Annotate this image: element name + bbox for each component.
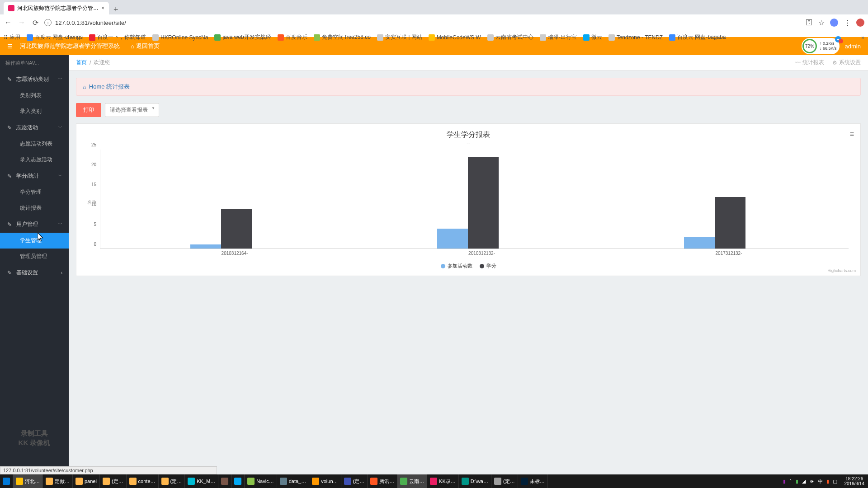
bookmark-star-icon[interactable]: ☆ [818, 19, 825, 27]
chart-bar[interactable] [715, 197, 745, 249]
sidebar-item-category-list[interactable]: 类别列表 [0, 88, 69, 103]
print-button[interactable]: 打印 [76, 103, 101, 117]
forward-button[interactable]: → [17, 19, 26, 27]
new-tab-button[interactable]: + [109, 5, 123, 14]
speed-widget[interactable]: 72% ↑ 0.2K/s ↓ 66.5K/s + [802, 38, 840, 54]
bookmark-item[interactable]: 云南省考试中心 [487, 33, 533, 41]
breadcrumb: 首页 / 欢迎您 〰统计报表 ⚙系统设置 [69, 55, 868, 70]
sidebar-item-stats-report[interactable]: 统计报表 [0, 200, 69, 216]
users-icon: ✎ [6, 221, 13, 228]
chart-icon: ✎ [6, 173, 13, 179]
chart-menu-icon[interactable]: ≡ [850, 130, 854, 138]
extension-icon[interactable] [856, 19, 864, 27]
bookmark-item[interactable]: 百度一下，你就知道 [89, 33, 146, 41]
home-icon: ⌂ [131, 43, 134, 50]
gear-icon: ✎ [6, 270, 13, 276]
bookmark-item[interactable]: 瑞泽-出行宝 [540, 33, 577, 41]
chart-subtitle: -- [85, 141, 852, 146]
chart-title: 学生学分报表 [85, 130, 852, 140]
bookmark-favicon-icon [540, 34, 546, 41]
sidebar-item-student-manage[interactable]: 学生管理 [0, 233, 69, 249]
controls-row: 打印 请选择查看报表 [76, 103, 861, 117]
report-select[interactable]: 请选择查看报表 [105, 103, 159, 117]
bookmark-favicon-icon [429, 34, 435, 41]
chart-bar[interactable] [190, 244, 221, 249]
bookmark-favicon-icon [27, 34, 33, 41]
bookmark-favicon-icon [377, 34, 383, 41]
bookmark-item[interactable]: 安安互联 | 网站 [377, 33, 422, 41]
grid-icon: ⠿ [4, 34, 8, 41]
menu-dots-icon[interactable]: ⋮ [844, 19, 851, 27]
chart-bar[interactable] [221, 209, 252, 249]
header-action-stats[interactable]: 〰统计报表 [795, 59, 824, 66]
bookmark-item[interactable]: 百度音乐 [278, 33, 307, 41]
sidebar-group-credits[interactable]: ✎ 学分/统计 ﹀ [0, 168, 69, 184]
chevron-down-icon: ﹀ [58, 173, 62, 179]
bookmark-item[interactable]: 百度云 网盘-chengs [27, 33, 83, 41]
nav-header: 操作菜单NAV... [0, 55, 69, 71]
chart-bar[interactable] [684, 237, 715, 249]
sidebar-item-activity-list[interactable]: 志愿活动列表 [0, 136, 69, 152]
tab-bar: 河北民族师范学院志愿者学分管… × + [0, 0, 868, 14]
chart-bar[interactable] [437, 229, 468, 249]
sidebar-item-category-add[interactable]: 录入类别 [0, 103, 69, 119]
bookmark-favicon-icon [278, 34, 284, 41]
sidebar-item-admin-manage[interactable]: 管理员管理 [0, 249, 69, 264]
back-button[interactable]: ← [4, 19, 13, 27]
browser-tab[interactable]: 河北民族师范学院志愿者学分管… × [4, 2, 109, 14]
profile-avatar-icon[interactable] [830, 19, 838, 27]
sidebar-item-activity-add[interactable]: 录入志愿活动 [0, 152, 69, 168]
chevron-down-icon: ﹀ [58, 125, 62, 131]
bookmark-favicon-icon [89, 34, 95, 41]
key-icon[interactable]: ⚿ [806, 19, 813, 27]
sidebar-group-settings[interactable]: ✎ 基础设置 ‹ [0, 264, 69, 281]
menu-toggle-icon[interactable]: ☰ [7, 43, 13, 50]
browser-status-bar: 127.0.0.1:81/volunteer/site/customer.php [0, 466, 217, 474]
bookmarks-overflow-icon[interactable]: » [861, 34, 864, 41]
browser-chrome: 河北民族师范学院志愿者学分管… × + ← → ⟳ i 127.0.0.1:81… [0, 0, 868, 37]
gear-icon: ⚙ [832, 60, 837, 66]
bookmark-item[interactable]: java web开发实战经 [214, 33, 271, 41]
tab-close-icon[interactable]: × [101, 5, 104, 11]
speed-stats: ↑ 0.2K/s ↓ 66.5K/s [820, 41, 837, 51]
address-bar: ← → ⟳ i 127.0.0.1:81/volunteer/site/ ⚿ ☆… [0, 14, 868, 31]
bookmark-favicon-icon [583, 34, 590, 41]
chart-bar[interactable] [468, 157, 499, 249]
breadcrumb-home[interactable]: 首页 [76, 59, 87, 66]
breadcrumb-current: 欢迎您 [94, 59, 110, 66]
url-field[interactable]: i 127.0.0.1:81/volunteer/site/ [44, 19, 801, 26]
bookmark-item[interactable]: 免费空间 free258.co [314, 33, 371, 41]
url-text: 127.0.0.1:81/volunteer/site/ [55, 19, 126, 26]
reload-button[interactable]: ⟳ [31, 19, 40, 27]
bookmark-item[interactable]: Tendzone - TENDZ [609, 34, 663, 41]
banner-text: Home 统计报表 [89, 83, 130, 91]
apps-button[interactable]: ⠿应用 [4, 33, 20, 41]
notification-badge [839, 39, 843, 43]
site-info-icon[interactable]: i [44, 19, 52, 26]
chevron-down-icon: ﹀ [58, 221, 62, 227]
tab-title: 河北民族师范学院志愿者学分管… [17, 5, 99, 12]
sidebar-item-credit-manage[interactable]: 学分管理 [0, 184, 69, 200]
chevron-left-icon: ‹ [61, 270, 62, 275]
main-content: 首页 / 欢迎您 〰统计报表 ⚙系统设置 ⌂ Home 统计报表 打印 请选择查… [69, 55, 868, 474]
bookmark-item[interactable]: 百度云 网盘-bagaba [669, 33, 726, 41]
home-link[interactable]: ⌂ 返回首页 [131, 42, 160, 50]
calendar-icon: ✎ [6, 125, 13, 131]
bookmark-item[interactable]: HKROnline SyncNa [152, 34, 208, 41]
legend-item[interactable]: 学分 [480, 263, 496, 269]
header-action-settings[interactable]: ⚙系统设置 [832, 59, 861, 66]
chart-legend: 参加活动数学分 [85, 263, 852, 269]
user-menu[interactable]: admin [845, 43, 861, 50]
bookmark-favicon-icon [609, 34, 615, 41]
chart-icon: 〰 [795, 60, 801, 66]
bookmark-favicon-icon [314, 34, 320, 41]
sidebar-group-users[interactable]: ✎ 用户管理 ﹀ [0, 216, 69, 233]
bookmark-item[interactable]: MobileCodeWS W [429, 34, 481, 41]
app-title: 河北民族师范学院志愿者学分管理系统 [20, 42, 120, 50]
legend-item[interactable]: 参加活动数 [441, 263, 472, 269]
bookmark-item[interactable]: 微云 [583, 33, 602, 41]
sidebar-group-activity[interactable]: ✎ 志愿活动 ﹀ [0, 119, 69, 136]
bookmark-favicon-icon [152, 34, 159, 41]
y-axis-label: 名称 [87, 199, 96, 206]
sidebar-group-activity-category[interactable]: ✎ 志愿活动类别 ﹀ [0, 71, 69, 88]
